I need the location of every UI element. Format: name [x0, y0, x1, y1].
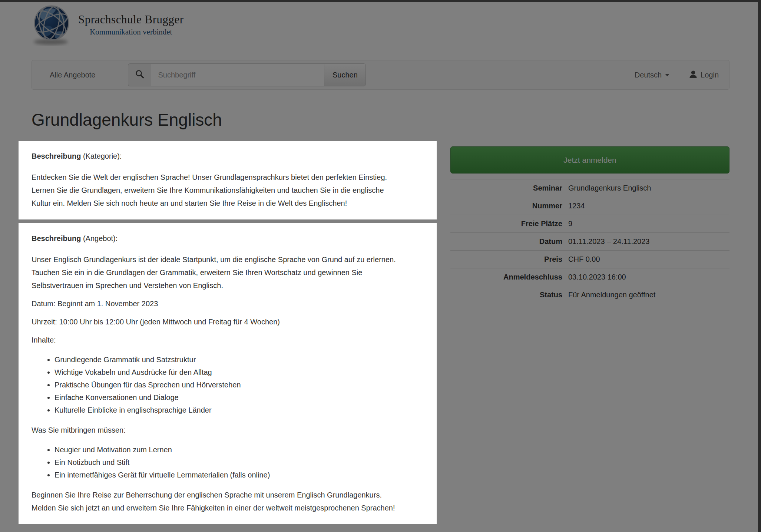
- category-description-heading: Beschreibung (Kategorie):: [32, 150, 400, 163]
- mitbringen-list: Neugier und Motivation zum LernenEin Not…: [32, 443, 400, 481]
- window-right-edge: [758, 0, 761, 532]
- list-item: Einfache Konversationen und Dialoge: [54, 391, 400, 404]
- list-item: Grundlegende Grammatik und Satzstruktur: [54, 353, 400, 366]
- heading-rest: (Kategorie):: [81, 152, 122, 160]
- list-item: Kulturelle Einblicke in englischsprachig…: [54, 404, 400, 416]
- heading-rest: (Angebot):: [81, 234, 118, 242]
- list-item: Neugier und Motivation zum Lernen: [54, 443, 400, 456]
- offer-outro-text: Beginnen Sie Ihre Reise zur Beherrschung…: [32, 489, 400, 515]
- heading-bold: Beschreibung: [32, 152, 81, 160]
- offer-intro-text: Unser Englisch Grundlagenkurs ist der id…: [32, 253, 400, 292]
- offer-datum-line: Datum: Beginnt am 1. November 2023: [32, 297, 400, 310]
- offer-mitbringen-label: Was Sie mitbringen müssen:: [32, 424, 400, 437]
- category-description-panel: Beschreibung (Kategorie): Entdecken Sie …: [19, 141, 437, 219]
- offer-description-heading: Beschreibung (Angebot):: [32, 232, 400, 245]
- offer-inhalte-label: Inhalte:: [32, 334, 400, 347]
- description-column: Beschreibung (Kategorie): Entdecken Sie …: [32, 141, 437, 524]
- list-item: Wichtige Vokabeln und Ausdrücke für den …: [54, 366, 400, 379]
- window-top-edge: [0, 0, 761, 2]
- offer-uhrzeit-line: Uhrzeit: 10:00 Uhr bis 12:00 Uhr (jeden …: [32, 315, 400, 328]
- list-item: Ein internetfähiges Gerät für virtuelle …: [54, 469, 400, 481]
- category-description-text: Entdecken Sie die Welt der englischen Sp…: [32, 171, 400, 210]
- list-item: Praktische Übungen für das Sprechen und …: [54, 379, 400, 391]
- heading-bold: Beschreibung: [32, 234, 81, 242]
- list-item: Ein Notizbuch und Stift: [54, 456, 400, 469]
- offer-description-panel: Beschreibung (Angebot): Unser Englisch G…: [19, 223, 437, 524]
- inhalte-list: Grundlegende Grammatik und SatzstrukturW…: [32, 353, 400, 416]
